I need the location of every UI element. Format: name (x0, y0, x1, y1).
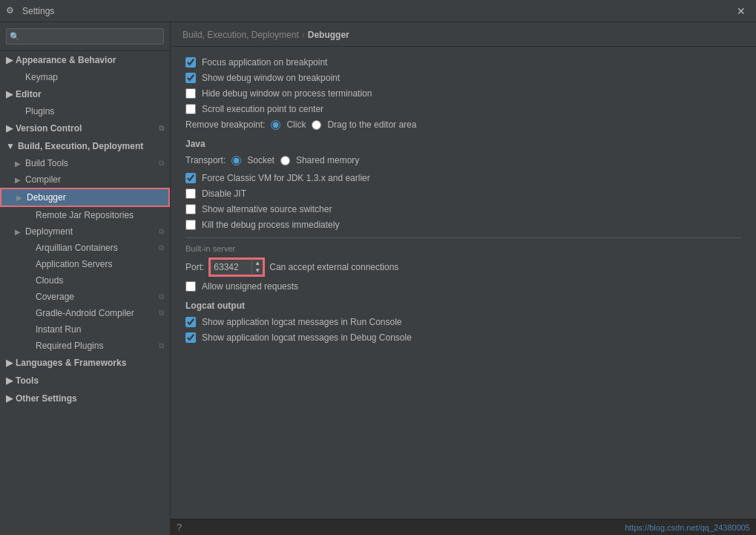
breadcrumb-separator: › (302, 30, 305, 40)
sidebar-item-languages[interactable]: ▶ Languages & Frameworks (0, 354, 170, 372)
force-classic-vm-label: Force Classic VM for JDK 1.3.x and earli… (202, 173, 370, 183)
arrow-icon: ▶ (6, 358, 13, 368)
remove-breakpoint-row: Remove breakpoint: Click Drag to the edi… (185, 119, 741, 130)
sidebar-item-label: Build Tools (25, 158, 68, 168)
transport-label: Transport: (185, 155, 226, 165)
sidebar-item-label: Plugins (25, 106, 54, 116)
focus-on-breakpoint-checkbox[interactable] (185, 57, 196, 68)
sidebar-item-build-execution[interactable]: ▼ Build, Execution, Deployment (0, 137, 170, 155)
shared-memory-label: Shared memory (296, 155, 359, 165)
sidebar-item-tools[interactable]: ▶ Tools (0, 372, 170, 390)
window-icon: ⚙ (6, 5, 18, 17)
port-decrement-button[interactable]: ▼ (252, 267, 263, 275)
sidebar-item-app-servers[interactable]: Application Servers (0, 256, 170, 272)
kill-debug-process-label: Kill the debug process immediately (202, 220, 339, 230)
scroll-execution-label: Scroll execution point to center (202, 104, 323, 114)
copy-icon: ⧉ (159, 309, 164, 318)
socket-radio[interactable] (231, 156, 241, 165)
force-classic-vm-row: Force Classic VM for JDK 1.3.x and earli… (185, 173, 741, 183)
kill-debug-process-checkbox[interactable] (185, 220, 196, 230)
sidebar-item-clouds[interactable]: Clouds (0, 272, 170, 289)
sidebar-item-required-plugins[interactable]: Required Plugins ⧉ (0, 338, 170, 354)
sidebar-item-debugger[interactable]: ▶ Debugger (0, 188, 170, 207)
arrow-icon: ▶ (6, 393, 13, 404)
sidebar-item-label: Deployment (25, 226, 73, 237)
java-section-title: Java (185, 139, 741, 149)
sidebar-item-appearance[interactable]: ▶ Appearance & Behavior (0, 51, 170, 69)
search-icon: 🔍 (10, 32, 20, 42)
focus-on-breakpoint-label: Focus application on breakpoint (202, 57, 327, 68)
sidebar-item-label: Arquillian Containers (36, 243, 118, 253)
port-increment-button[interactable]: ▲ (252, 260, 263, 267)
disable-jit-checkbox[interactable] (185, 188, 196, 199)
show-debug-window-checkbox[interactable] (185, 73, 196, 83)
sidebar-item-label: Compiler (25, 174, 61, 185)
arrow-icon: ▶ (6, 123, 13, 134)
arrow-icon: ▶ (6, 89, 13, 99)
breadcrumb: Build, Execution, Deployment › Debugger (171, 22, 756, 47)
remove-breakpoint-label: Remove breakpoint: (185, 119, 265, 130)
arrow-icon: ▶ (15, 160, 22, 168)
search-input[interactable] (6, 28, 164, 45)
sidebar-item-deployment[interactable]: ▶ Deployment ⧉ (0, 223, 170, 240)
arrow-icon: ▶ (6, 55, 13, 65)
focus-on-breakpoint-row: Focus application on breakpoint (185, 57, 741, 68)
sidebar-item-label: Application Servers (36, 259, 112, 269)
sidebar-item-arquillian[interactable]: Arquillian Containers ⧉ (0, 240, 170, 256)
drag-radio[interactable] (312, 120, 321, 130)
sidebar-item-label: Debugger (27, 192, 66, 203)
show-alt-source-checkbox[interactable] (185, 204, 196, 214)
scroll-execution-row: Scroll execution point to center (185, 104, 741, 114)
sidebar-item-label: Appearance & Behavior (16, 55, 116, 65)
sidebar-item-label: Required Plugins (36, 341, 103, 351)
sidebar-item-editor[interactable]: ▶ Editor (0, 85, 170, 103)
force-classic-vm-checkbox[interactable] (185, 173, 196, 183)
window-title: Settings (22, 6, 54, 16)
can-accept-label: Can accept external connections (269, 262, 398, 272)
arrow-icon: ▼ (6, 141, 15, 151)
sidebar-item-instant-run[interactable]: Instant Run (0, 321, 170, 338)
port-input-wrap: ▲ ▼ (210, 259, 263, 275)
content-area: 🔍 ▶ Appearance & Behavior Keymap ▶ (0, 22, 756, 535)
show-debug-console-checkbox[interactable] (185, 332, 196, 343)
allow-unsigned-checkbox[interactable] (185, 281, 196, 292)
scroll-execution-checkbox[interactable] (185, 104, 196, 114)
help-icon[interactable]: ? (177, 522, 182, 533)
main-content: Build, Execution, Deployment › Debugger … (171, 22, 756, 535)
sidebar-item-gradle-android[interactable]: Gradle-Android Compiler ⧉ (0, 305, 170, 321)
sidebar-item-keymap[interactable]: Keymap (0, 69, 170, 85)
sidebar-item-other-settings[interactable]: ▶ Other Settings (0, 390, 170, 407)
breadcrumb-debugger: Debugger (308, 30, 349, 40)
shared-memory-radio[interactable] (280, 156, 290, 165)
sidebar-item-plugins[interactable]: Plugins (0, 103, 170, 119)
disable-jit-row: Disable JIT (185, 188, 741, 199)
sidebar-item-compiler[interactable]: ▶ Compiler (0, 171, 170, 188)
drag-radio-label: Drag to the editor area (327, 119, 416, 130)
socket-radio-label: Socket (247, 155, 275, 165)
sidebar-item-label: Remote Jar Repositories (36, 210, 134, 220)
sidebar-item-build-tools[interactable]: ▶ Build Tools ⧉ (0, 155, 170, 171)
show-run-console-checkbox[interactable] (185, 317, 196, 327)
click-radio[interactable] (271, 120, 280, 130)
close-button[interactable]: ✕ (732, 4, 750, 19)
show-debug-console-label: Show application logcat messages in Debu… (202, 332, 412, 343)
sidebar-item-version-control[interactable]: ▶ Version Control ⧉ (0, 119, 170, 137)
show-debug-console-row: Show application logcat messages in Debu… (185, 332, 741, 343)
sidebar: 🔍 ▶ Appearance & Behavior Keymap ▶ (0, 22, 171, 535)
sidebar-item-coverage[interactable]: Coverage ⧉ (0, 289, 170, 305)
sidebar-item-label: Version Control (16, 123, 82, 134)
sidebar-nav: ▶ Appearance & Behavior Keymap ▶ Editor … (0, 51, 170, 535)
show-alt-source-row: Show alternative source switcher (185, 204, 741, 214)
allow-unsigned-label: Allow unsigned requests (202, 281, 298, 292)
disable-jit-label: Disable JIT (202, 188, 246, 199)
sidebar-item-remote-jar[interactable]: Remote Jar Repositories (0, 207, 170, 223)
kill-debug-process-row: Kill the debug process immediately (185, 220, 741, 230)
show-run-console-label: Show application logcat messages in Run … (202, 317, 402, 327)
hide-debug-window-checkbox[interactable] (185, 88, 196, 99)
arrow-icon: ▶ (15, 228, 22, 236)
transport-row: Transport: Socket Shared memory (185, 155, 741, 165)
port-input[interactable] (211, 260, 252, 274)
copy-icon: ⧉ (159, 124, 164, 133)
title-bar-left: ⚙ Settings (6, 5, 54, 17)
port-spinners: ▲ ▼ (252, 260, 263, 275)
